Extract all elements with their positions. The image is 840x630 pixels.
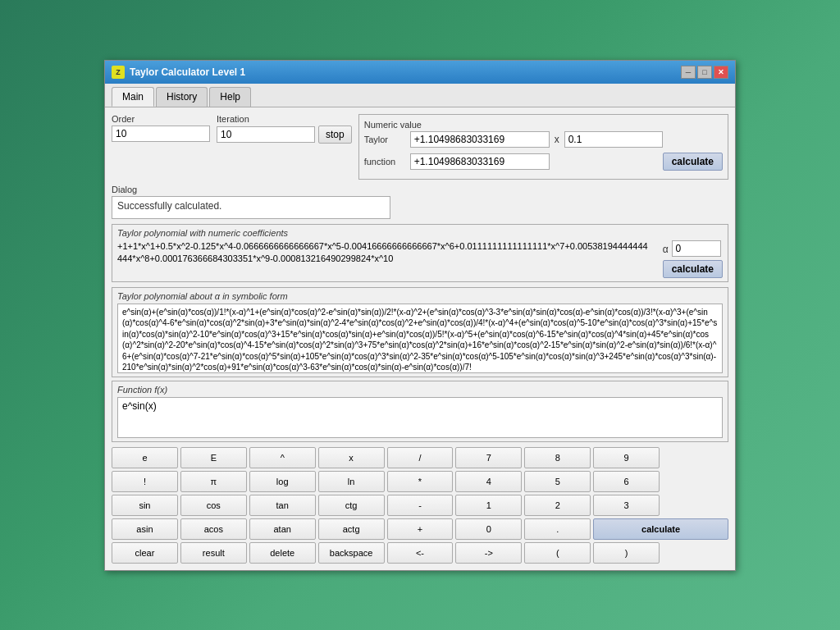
- function-fx-title: Function f(x): [117, 385, 723, 395]
- key-7[interactable]: 7: [455, 447, 522, 468]
- x-value-input[interactable]: [564, 131, 663, 148]
- key-2[interactable]: 2: [524, 495, 591, 516]
- key-3[interactable]: 3: [593, 495, 660, 516]
- iteration-group: Iteration stop: [217, 114, 352, 144]
- key-0[interactable]: 0: [455, 518, 522, 540]
- taylor-value-input[interactable]: [410, 131, 550, 148]
- key-pow[interactable]: ^: [249, 447, 316, 468]
- dialog-box: Successfully calculated.: [112, 196, 390, 219]
- key-sin[interactable]: sin: [112, 495, 178, 516]
- stop-button[interactable]: stop: [318, 126, 352, 144]
- titlebar-left: Z Taylor Calculator Level 1: [112, 66, 245, 79]
- iteration-label: Iteration: [217, 114, 352, 124]
- key-pi[interactable]: π: [180, 471, 247, 492]
- symbolic-text: e^sin(α)+(e^sin(α)*cos(α))/1!*(x-α)^1+(e…: [117, 304, 723, 373]
- app-icon: Z: [112, 66, 125, 79]
- key-asin[interactable]: asin: [112, 518, 178, 540]
- tab-main[interactable]: Main: [112, 87, 154, 107]
- dialog-label: Dialog: [112, 185, 390, 194]
- key-rparen[interactable]: ): [593, 542, 660, 564]
- key-actg[interactable]: actg: [318, 518, 385, 540]
- key-log[interactable]: log: [249, 471, 316, 492]
- maximize-button[interactable]: □: [697, 66, 712, 79]
- order-label: Order: [112, 114, 210, 124]
- symbolic-section: Taylor polynomial about α in symbolic fo…: [112, 287, 728, 377]
- function-row: function calculate: [364, 153, 723, 171]
- key-clear[interactable]: clear: [112, 542, 178, 564]
- key-right[interactable]: ->: [455, 542, 522, 564]
- key-lparen[interactable]: (: [524, 542, 591, 564]
- key-x[interactable]: x: [318, 447, 385, 468]
- function-label: function: [364, 157, 405, 167]
- function-value-input[interactable]: [410, 153, 550, 170]
- titlebar: Z Taylor Calculator Level 1 ─ □ ✕: [105, 61, 735, 84]
- key-5[interactable]: 5: [524, 471, 591, 492]
- key-ln[interactable]: ln: [318, 471, 385, 492]
- main-window: Z Taylor Calculator Level 1 ─ □ ✕ Main H…: [104, 60, 736, 571]
- alpha-input[interactable]: [672, 240, 721, 257]
- window-title: Taylor Calculator Level 1: [130, 66, 245, 78]
- key-cos[interactable]: cos: [180, 495, 247, 516]
- close-button[interactable]: ✕: [714, 66, 728, 79]
- keyboard: e E ^ x / 7 8 9 ! π log ln * 4 5 6 sin c…: [112, 447, 728, 564]
- key-atan[interactable]: atan: [249, 518, 316, 540]
- symbolic-title: Taylor polynomial about α in symbolic fo…: [117, 291, 723, 301]
- order-input[interactable]: [112, 126, 210, 142]
- function-fx-text: e^sin(x): [117, 397, 723, 438]
- alpha-label: α: [663, 242, 669, 255]
- numeric-label: Numeric value: [364, 120, 723, 130]
- order-group: Order: [112, 114, 210, 142]
- key-backspace[interactable]: backspace: [318, 542, 385, 564]
- key-div[interactable]: /: [387, 447, 454, 468]
- main-content: Order Iteration stop Numeric value Taylo…: [105, 107, 735, 570]
- key-fact[interactable]: !: [112, 471, 178, 492]
- key-minus[interactable]: -: [387, 495, 454, 516]
- poly-calculate-button[interactable]: calculate: [663, 260, 723, 278]
- key-acos[interactable]: acos: [180, 518, 247, 540]
- taylor-row: Taylor x: [364, 131, 723, 148]
- key-9[interactable]: 9: [593, 447, 660, 468]
- key-plus[interactable]: +: [387, 518, 454, 540]
- dialog-section: Dialog Successfully calculated.: [112, 185, 390, 219]
- key-8[interactable]: 8: [524, 447, 591, 468]
- minimize-button[interactable]: ─: [681, 66, 696, 79]
- key-mul[interactable]: *: [387, 471, 454, 492]
- key-ctg[interactable]: ctg: [318, 495, 385, 516]
- key-e[interactable]: e: [112, 447, 178, 468]
- alpha-row: +1+1*x^1+0.5*x^2-0.125*x^4-0.06666666666…: [117, 240, 723, 278]
- tab-history[interactable]: History: [156, 87, 208, 107]
- key-delete[interactable]: delete: [249, 542, 316, 564]
- polynomial-section: Taylor polynomial with numeric coefficie…: [112, 224, 728, 282]
- key-6[interactable]: 6: [593, 471, 660, 492]
- x-label: x: [555, 134, 559, 145]
- key-left[interactable]: <-: [387, 542, 454, 564]
- tab-help[interactable]: Help: [209, 87, 251, 107]
- key-dot[interactable]: .: [524, 518, 591, 540]
- key-tan[interactable]: tan: [249, 495, 316, 516]
- key-E[interactable]: E: [180, 447, 247, 468]
- taylor-label: Taylor: [364, 135, 405, 144]
- dialog-row: Dialog Successfully calculated.: [112, 185, 728, 219]
- key-4[interactable]: 4: [455, 471, 522, 492]
- key-calculate[interactable]: calculate: [593, 518, 728, 540]
- function-section: Function f(x) e^sin(x): [112, 381, 728, 442]
- key-1[interactable]: 1: [455, 495, 522, 516]
- key-result[interactable]: result: [180, 542, 247, 564]
- polynomial-title: Taylor polynomial with numeric coefficie…: [117, 228, 723, 238]
- numeric-section: Numeric value Taylor x function calculat…: [358, 114, 728, 180]
- tabs-bar: Main History Help: [105, 84, 735, 107]
- titlebar-controls: ─ □ ✕: [681, 66, 728, 79]
- numeric-calculate-button[interactable]: calculate: [663, 153, 723, 171]
- iteration-input[interactable]: [217, 126, 315, 143]
- polynomial-text: +1+1*x^1+0.5*x^2-0.125*x^4-0.06666666666…: [117, 240, 653, 272]
